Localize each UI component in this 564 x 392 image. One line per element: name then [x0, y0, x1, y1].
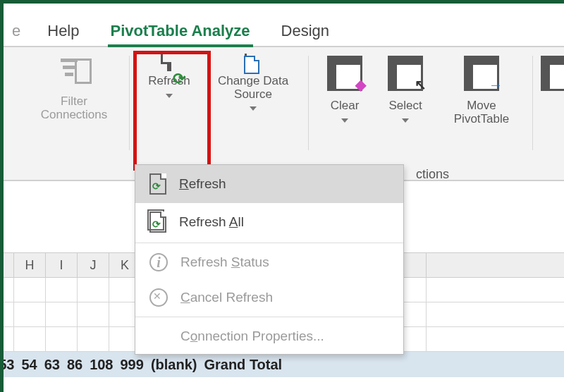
change-data-source-icon — [251, 56, 255, 70]
cell[interactable] — [14, 302, 46, 326]
cell[interactable] — [0, 327, 14, 351]
tab-design[interactable]: Design — [278, 22, 332, 46]
chevron-down-icon — [402, 118, 409, 123]
menu-label: Refresh Status — [180, 255, 269, 270]
cell[interactable] — [78, 327, 109, 351]
clear-button[interactable]: ◆ Clear — [319, 56, 370, 126]
cell[interactable] — [46, 302, 78, 326]
cell[interactable] — [0, 278, 14, 302]
column-header[interactable]: H — [14, 253, 46, 277]
grand-total-value: 108 — [90, 357, 113, 373]
grand-total-row[interactable]: 253546386108999(blank)Grand Total — [0, 352, 564, 377]
info-icon: i — [149, 253, 168, 271]
move-pivottable-icon: → — [464, 56, 499, 91]
column-header[interactable]: J — [78, 253, 109, 277]
chevron-down-icon — [250, 106, 257, 111]
tab-fragment-left: eHelp — [9, 22, 82, 46]
filter-connections-label: Filter Connections — [25, 94, 123, 122]
grand-total-value: 63 — [44, 357, 60, 373]
blank-icon — [149, 327, 168, 345]
stub-icon — [541, 56, 564, 91]
menu-refresh-status: i Refresh Status — [135, 245, 403, 280]
filter-connections-icon — [56, 56, 92, 87]
refresh-dropdown-menu: ⟳ Refresh ⟳ Refresh All i Refresh Status… — [135, 164, 404, 355]
chevron-down-icon — [166, 94, 173, 98]
grand-total-value: 86 — [67, 357, 82, 373]
refresh-label: Refresh — [139, 74, 200, 88]
move-pivottable-button[interactable]: → Move PivotTable — [439, 56, 524, 126]
refresh-split-button[interactable]: ⟳ Refresh — [139, 56, 200, 102]
grand-total-value: Grand Total — [204, 357, 282, 373]
ribbon-separator — [532, 56, 533, 150]
refresh-icon: ⟳ — [167, 56, 171, 70]
select-button[interactable]: ↖ Select — [377, 56, 434, 126]
cell[interactable] — [78, 278, 109, 302]
refresh-icon: ⟳ — [149, 173, 166, 195]
menu-label: Connection Properties... — [180, 329, 324, 344]
menu-label: Refresh All — [179, 214, 244, 230]
cell[interactable] — [78, 302, 109, 326]
grand-total-value: 999 — [121, 357, 144, 373]
menu-separator — [135, 317, 403, 317]
change-data-source-button[interactable]: Change Data Source — [204, 56, 302, 115]
ribbon-separator — [129, 56, 130, 150]
menu-connection-properties: Connection Properties... — [135, 319, 403, 354]
tab-help[interactable]: Help — [47, 22, 79, 39]
menu-cancel-refresh: Cancel Refresh — [135, 280, 403, 315]
select-label: Select — [377, 99, 434, 113]
ribbon-separator — [308, 56, 309, 150]
cell[interactable] — [14, 278, 46, 302]
column-header[interactable] — [0, 253, 14, 277]
refresh-all-icon: ⟳ — [149, 212, 166, 233]
grand-total-value: 53 — [0, 357, 14, 373]
grand-total-value: 54 — [21, 357, 37, 373]
tab-pivottable-analyze[interactable]: PivotTable Analyze — [108, 22, 253, 47]
clear-icon: ◆ — [327, 56, 362, 91]
cancel-icon — [149, 288, 168, 307]
cell[interactable] — [0, 302, 14, 326]
menu-separator — [135, 243, 403, 243]
column-header[interactable]: I — [46, 253, 78, 277]
ribbon-tabs: eHelp PivotTable Analyze Design — [4, 4, 564, 47]
chevron-down-icon — [341, 118, 348, 123]
group-label-actions-fragment: ctions — [416, 167, 449, 182]
menu-refresh-all[interactable]: ⟳ Refresh All — [135, 203, 403, 241]
clear-label: Clear — [319, 99, 370, 113]
select-icon: ↖ — [388, 56, 423, 91]
menu-label: Refresh — [179, 176, 226, 192]
filter-connections-button: Filter Connections — [25, 56, 123, 122]
ribbon: Filter Connections ⟳ Refresh Change Data… — [4, 47, 564, 181]
menu-label: Cancel Refresh — [180, 290, 273, 305]
ribbon-rightstub[interactable] — [541, 56, 564, 94]
change-data-source-label: Change Data Source — [204, 74, 302, 102]
move-pivottable-label: Move PivotTable — [439, 99, 524, 126]
cell[interactable] — [46, 278, 78, 302]
grand-total-value: (blank) — [151, 357, 197, 373]
cell[interactable] — [14, 327, 46, 351]
cell[interactable] — [46, 327, 78, 351]
menu-refresh[interactable]: ⟳ Refresh — [135, 165, 403, 203]
